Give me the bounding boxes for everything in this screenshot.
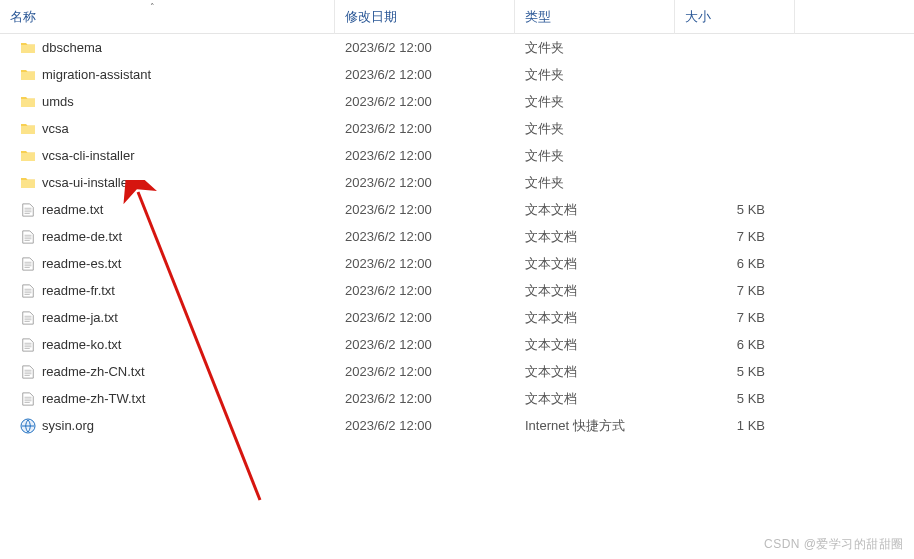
watermark-text: CSDN @爱学习的甜甜圈 [764,536,904,553]
file-row[interactable]: sysin.org2023/6/2 12:00Internet 快捷方式1 KB [0,412,914,439]
column-header-row: 名称 ˄ 修改日期 类型 大小 [0,0,914,34]
file-row[interactable]: migration-assistant2023/6/2 12:00文件夹 [0,61,914,88]
file-name: readme-zh-CN.txt [42,364,145,379]
file-size: 7 KB [675,229,795,244]
file-date: 2023/6/2 12:00 [335,283,515,298]
file-type: 文件夹 [515,147,675,165]
file-size: 6 KB [675,337,795,352]
file-row[interactable]: readme-ja.txt2023/6/2 12:00文本文档7 KB [0,304,914,331]
file-type: 文本文档 [515,228,675,246]
file-icon [20,283,36,299]
file-name: umds [42,94,74,109]
column-type-label: 类型 [525,8,551,26]
file-date: 2023/6/2 12:00 [335,67,515,82]
file-row[interactable]: readme.txt2023/6/2 12:00文本文档5 KB [0,196,914,223]
file-name: migration-assistant [42,67,151,82]
file-type: 文本文档 [515,282,675,300]
column-header-date[interactable]: 修改日期 [335,0,515,34]
file-size: 5 KB [675,391,795,406]
file-type: 文件夹 [515,174,675,192]
file-size: 7 KB [675,283,795,298]
file-size: 5 KB [675,202,795,217]
file-name: readme-de.txt [42,229,122,244]
file-type: 文本文档 [515,201,675,219]
folder-icon [20,40,36,56]
file-row[interactable]: vcsa2023/6/2 12:00文件夹 [0,115,914,142]
file-date: 2023/6/2 12:00 [335,94,515,109]
link-icon [20,418,36,434]
file-list: dbschema2023/6/2 12:00文件夹migration-assis… [0,34,914,439]
file-name: readme-ko.txt [42,337,121,352]
file-type: 文本文档 [515,309,675,327]
column-date-label: 修改日期 [345,8,397,26]
file-row[interactable]: vcsa-cli-installer2023/6/2 12:00文件夹 [0,142,914,169]
file-name: readme-fr.txt [42,283,115,298]
file-type: 文本文档 [515,255,675,273]
file-type: 文件夹 [515,120,675,138]
column-name-label: 名称 [10,8,36,26]
file-row[interactable]: readme-es.txt2023/6/2 12:00文本文档6 KB [0,250,914,277]
column-header-type[interactable]: 类型 [515,0,675,34]
file-icon [20,256,36,272]
file-row[interactable]: dbschema2023/6/2 12:00文件夹 [0,34,914,61]
file-date: 2023/6/2 12:00 [335,364,515,379]
file-type: 文本文档 [515,336,675,354]
file-size: 1 KB [675,418,795,433]
file-name: sysin.org [42,418,94,433]
file-type: Internet 快捷方式 [515,417,675,435]
file-size: 7 KB [675,310,795,325]
file-row[interactable]: readme-de.txt2023/6/2 12:00文本文档7 KB [0,223,914,250]
file-date: 2023/6/2 12:00 [335,202,515,217]
file-icon [20,337,36,353]
file-date: 2023/6/2 12:00 [335,229,515,244]
file-row[interactable]: umds2023/6/2 12:00文件夹 [0,88,914,115]
file-name: readme-es.txt [42,256,121,271]
folder-icon [20,175,36,191]
file-type: 文件夹 [515,66,675,84]
file-type: 文件夹 [515,39,675,57]
file-name: readme-zh-TW.txt [42,391,145,406]
folder-icon [20,67,36,83]
file-row[interactable]: readme-zh-TW.txt2023/6/2 12:00文本文档5 KB [0,385,914,412]
file-size: 5 KB [675,364,795,379]
file-date: 2023/6/2 12:00 [335,310,515,325]
file-date: 2023/6/2 12:00 [335,418,515,433]
file-date: 2023/6/2 12:00 [335,391,515,406]
file-type: 文本文档 [515,363,675,381]
file-name: vcsa-ui-installer [42,175,132,190]
file-name: readme-ja.txt [42,310,118,325]
file-icon [20,391,36,407]
file-date: 2023/6/2 12:00 [335,40,515,55]
file-name: vcsa [42,121,69,136]
file-date: 2023/6/2 12:00 [335,337,515,352]
file-name: vcsa-cli-installer [42,148,134,163]
file-icon [20,310,36,326]
file-date: 2023/6/2 12:00 [335,148,515,163]
file-date: 2023/6/2 12:00 [335,121,515,136]
folder-icon [20,94,36,110]
file-row[interactable]: readme-zh-CN.txt2023/6/2 12:00文本文档5 KB [0,358,914,385]
column-size-label: 大小 [685,8,711,26]
column-header-name[interactable]: 名称 ˄ [0,0,335,34]
file-type: 文本文档 [515,390,675,408]
sort-arrow-icon: ˄ [150,2,155,12]
file-size: 6 KB [675,256,795,271]
folder-icon [20,148,36,164]
file-row[interactable]: readme-fr.txt2023/6/2 12:00文本文档7 KB [0,277,914,304]
file-row[interactable]: vcsa-ui-installer2023/6/2 12:00文件夹 [0,169,914,196]
file-icon [20,202,36,218]
file-date: 2023/6/2 12:00 [335,175,515,190]
file-name: readme.txt [42,202,103,217]
file-icon [20,364,36,380]
file-row[interactable]: readme-ko.txt2023/6/2 12:00文本文档6 KB [0,331,914,358]
column-header-size[interactable]: 大小 [675,0,795,34]
folder-icon [20,121,36,137]
file-name: dbschema [42,40,102,55]
file-date: 2023/6/2 12:00 [335,256,515,271]
file-icon [20,229,36,245]
file-type: 文件夹 [515,93,675,111]
